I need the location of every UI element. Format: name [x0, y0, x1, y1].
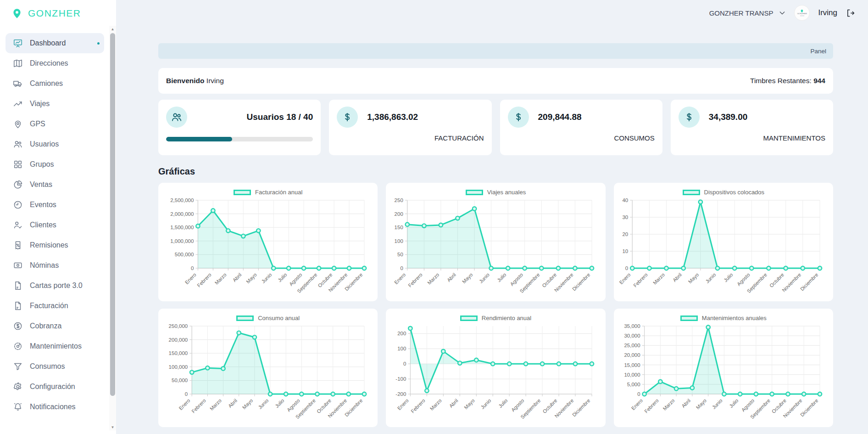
legend-swatch [234, 190, 251, 195]
svg-text:500,000: 500,000 [175, 252, 194, 257]
legend-label: Viajes anuales [487, 189, 526, 196]
chart-legend[interactable]: Mantenimientos anuales [618, 315, 829, 321]
svg-text:200,000: 200,000 [169, 337, 188, 343]
chart-legend[interactable]: Rendimiento anual [390, 315, 601, 321]
scrollbar-thumb[interactable] [110, 33, 115, 396]
svg-text:Abril: Abril [227, 398, 238, 409]
svg-text:Febrero: Febrero [196, 272, 212, 288]
sidebar-item-cobranza[interactable]: Cobranza [6, 316, 104, 336]
chart-legend[interactable]: Consumo anual [163, 315, 373, 321]
sidebar-item-clientes[interactable]: Clientes [6, 215, 104, 235]
sidebar-item-label: Notificaciones [30, 403, 76, 411]
users-icon [13, 139, 23, 149]
svg-text:100: 100 [395, 238, 403, 244]
sidebar-item-facturacion[interactable]: Facturación [6, 296, 104, 316]
svg-text:Julio: Julio [498, 398, 509, 409]
sidebar-item-viajes[interactable]: Viajes [6, 94, 104, 114]
legend-swatch [683, 190, 700, 195]
chart-legend[interactable]: Facturación anual [163, 189, 373, 196]
sidebar-scrollbar[interactable]: ▲ ▼ [109, 26, 116, 430]
svg-text:200: 200 [395, 211, 403, 217]
avatar[interactable]: GONZHER ▬▬▬ [794, 5, 810, 21]
funnel-icon [13, 361, 23, 372]
truck-icon [13, 79, 23, 89]
sidebar-item-remisiones[interactable]: Remisiones [6, 235, 104, 255]
brand-name: GONZHER [28, 8, 81, 19]
bell-icon [13, 402, 23, 412]
sidebar-item-label: GPS [30, 120, 45, 128]
sidebar-item-grupos[interactable]: Grupos [6, 154, 104, 175]
svg-text:30,000: 30,000 [624, 333, 640, 338]
svg-text:Marzo: Marzo [427, 272, 440, 286]
sidebar-item-label: Direcciones [30, 59, 68, 68]
svg-text:Abril: Abril [446, 272, 457, 283]
chart-card-viajes-anuales: Viajes anuales 050100150200250EneroFebre… [386, 183, 605, 301]
doc-icon [13, 301, 23, 311]
scroll-up-arrow[interactable]: ▲ [109, 26, 116, 32]
svg-text:20,000: 20,000 [624, 352, 640, 358]
timbres-value: 944 [813, 77, 825, 85]
sidebar-item-label: Camiones [30, 79, 63, 88]
company-selector[interactable]: GONZHER TRANSP [709, 9, 786, 17]
sidebar-item-camiones[interactable]: Camiones [6, 73, 104, 94]
stat-card-consumos: 209,844.88 CONSUMOS [500, 100, 662, 155]
svg-text:150: 150 [395, 225, 403, 230]
sidebar-item-dashboard[interactable]: Dashboard [6, 33, 104, 53]
svg-text:Diciembre: Diciembre [571, 272, 591, 292]
receipt-icon [13, 240, 23, 250]
chart-card-mantenimientos-anuales: Mantenimientos anuales 05,00010,00015,00… [614, 309, 833, 427]
sidebar-item-label: Cartas porte 3.0 [30, 282, 83, 290]
sidebar-item-label: Consumos [30, 362, 65, 371]
svg-text:Enero: Enero [618, 272, 631, 285]
svg-text:50,000: 50,000 [172, 378, 188, 383]
chart-legend[interactable]: Viajes anuales [390, 189, 601, 196]
svg-text:0: 0 [403, 361, 406, 366]
chart-canvas: -200-1000100200EneroFebreroMarzoAbrilMay… [392, 323, 599, 415]
svg-text:Agosto: Agosto [510, 398, 525, 413]
svg-text:Julio: Julio [723, 272, 734, 283]
card-icon [13, 260, 23, 271]
usuarios-progress-track [166, 137, 313, 141]
company-name: GONZHER TRANSP [709, 9, 773, 17]
sidebar-item-configuracion[interactable]: Configuración [6, 377, 104, 397]
sidebar-item-mantenimientos[interactable]: Mantenimientos [6, 336, 104, 356]
chart-canvas: 050,000100,000150,000200,000250,000Enero… [164, 323, 372, 415]
svg-text:250,000: 250,000 [169, 323, 188, 329]
sidebar-item-ventas[interactable]: Ventas [6, 175, 104, 195]
svg-text:Julio: Julio [728, 398, 739, 409]
sidebar-item-cartas-porte-3-0[interactable]: Cartas porte 3.0 [6, 276, 104, 296]
svg-text:0: 0 [625, 265, 628, 271]
grid-icon [13, 159, 23, 169]
sidebar-item-label: Clientes [30, 221, 56, 229]
panel-breadcrumb-bar: Panel [158, 43, 833, 59]
sidebar-item-direcciones[interactable]: Direcciones [6, 53, 104, 73]
svg-text:Junio: Junio [711, 398, 723, 410]
sidebar-item-nominas[interactable]: Nóminas [6, 255, 104, 276]
map-icon [13, 58, 23, 68]
sidebar-item-eventos[interactable]: Eventos [6, 195, 104, 215]
svg-text:Agosto: Agosto [288, 272, 303, 287]
sidebar-item-notificaciones[interactable]: Notificaciones [6, 397, 104, 417]
svg-text:2,000,000: 2,000,000 [170, 211, 194, 217]
welcome-bar: Bienvenido Irving Timbres Restantes: 944 [158, 68, 833, 94]
chart-legend[interactable]: Dispositivos colocados [618, 189, 829, 196]
scroll-down-arrow[interactable]: ▼ [109, 424, 116, 430]
greeting-user: Irving [206, 77, 224, 85]
svg-text:Mayo: Mayo [695, 398, 707, 411]
chevron-down-icon [779, 9, 786, 17]
sidebar-item-gps[interactable]: GPS [6, 114, 104, 134]
sidebar-item-usuarios[interactable]: Usuarios [6, 134, 104, 154]
svg-text:35,000: 35,000 [624, 323, 640, 329]
svg-text:Julio: Julio [274, 398, 285, 409]
logout-icon[interactable] [846, 8, 855, 18]
greeting-text: Bienvenido [166, 77, 205, 85]
gear-icon [13, 382, 23, 392]
svg-text:1,500,000: 1,500,000 [170, 225, 194, 230]
legend-swatch [466, 190, 483, 195]
sidebar-item-consumos[interactable]: Consumos [6, 356, 104, 377]
timbres-restantes: Timbres Restantes: 944 [750, 77, 825, 85]
svg-text:Abril: Abril [672, 272, 683, 283]
svg-text:25,000: 25,000 [624, 343, 640, 348]
sidebar-item-label: Dashboard [30, 39, 66, 47]
svg-text:0: 0 [191, 265, 194, 271]
